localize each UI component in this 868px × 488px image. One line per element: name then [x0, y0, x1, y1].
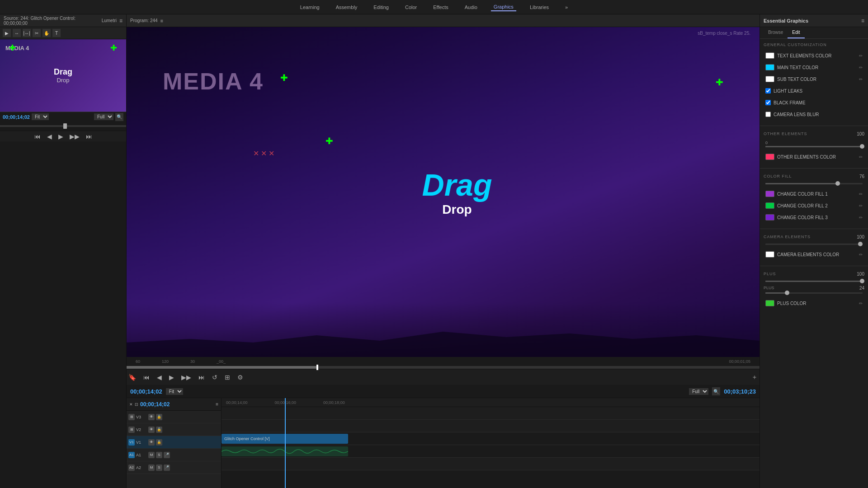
program-frame-fwd[interactable]: ▶▶: [179, 373, 193, 382]
swatch-color-fill-1[interactable]: [765, 191, 774, 197]
source-progress-bar[interactable]: [0, 122, 126, 131]
edit-text-elements[interactable]: ✏: [859, 53, 863, 58]
source-menu-icon[interactable]: ≡: [119, 18, 123, 24]
track-a1-solo[interactable]: S: [156, 452, 162, 458]
timeline-menu[interactable]: ≡: [216, 402, 218, 407]
program-safe-margins[interactable]: ⊞: [223, 373, 232, 382]
track-v3-eye[interactable]: 👁: [148, 414, 155, 420]
swatch-main-text[interactable]: [765, 64, 774, 70]
eg-menu-icon[interactable]: ≡: [861, 18, 864, 24]
track-v3-name: V3: [136, 415, 147, 419]
checkbox-camera-lens-blur[interactable]: [765, 112, 771, 117]
tab-browse[interactable]: Browse: [764, 27, 788, 38]
selection-tool[interactable]: ▶: [3, 29, 11, 37]
track-a1-target[interactable]: A1: [128, 452, 135, 458]
source-resolution-select[interactable]: Full: [94, 113, 113, 120]
track-label-a1: A1 A1 M S 🎤: [127, 449, 221, 461]
track-a2-solo[interactable]: S: [156, 465, 162, 471]
menu-item-editing[interactable]: Editing: [371, 4, 392, 11]
menu-item-assembly[interactable]: Assembly: [333, 4, 360, 11]
program-step-fwd[interactable]: ⏭: [197, 373, 207, 382]
swatch-camera-elements[interactable]: [765, 251, 774, 258]
edit-main-text[interactable]: ✏: [859, 65, 863, 70]
program-fit-select[interactable]: Fit: [166, 388, 183, 395]
other-elements-slider[interactable]: [765, 146, 863, 147]
edit-other-elements-color[interactable]: ✏: [859, 155, 863, 160]
track-a1-mute[interactable]: M: [148, 452, 155, 458]
edit-camera-elements-color[interactable]: ✏: [859, 252, 863, 257]
track-v2-toggle[interactable]: ⊞: [128, 427, 135, 433]
program-menu-icon[interactable]: ≡: [160, 18, 163, 23]
swatch-text-elements[interactable]: [765, 52, 774, 59]
track-a2-mute[interactable]: M: [148, 465, 155, 471]
program-mark-in[interactable]: 🔖: [127, 373, 138, 382]
source-fit-select[interactable]: Fit: [32, 113, 49, 120]
swatch-color-fill-3[interactable]: [765, 214, 774, 221]
track-a2-mic[interactable]: 🎤: [164, 465, 170, 471]
menu-item-graphics[interactable]: Graphics: [491, 3, 516, 11]
camera-elements-slider[interactable]: [765, 244, 863, 245]
track-a1-mic[interactable]: 🎤: [164, 452, 170, 458]
swatch-color-fill-2[interactable]: [765, 202, 774, 209]
menu-item-learning[interactable]: Learning: [297, 4, 322, 11]
track-v2-lock[interactable]: 🔒: [156, 427, 162, 433]
menu-item-effects[interactable]: Effects: [430, 4, 451, 11]
track-v1-target[interactable]: V1: [128, 439, 135, 446]
swatch-sub-text[interactable]: [765, 76, 774, 82]
ripple-tool[interactable]: |↔|: [23, 29, 31, 37]
track-a2-toggle[interactable]: A2: [128, 465, 135, 471]
program-frame-back[interactable]: ◀: [155, 373, 164, 382]
checkbox-light-leaks[interactable]: [765, 88, 771, 94]
edit-sub-text[interactable]: ✏: [859, 77, 863, 82]
hand-tool[interactable]: ✋: [42, 29, 51, 37]
camera-elements-section: CAMERA ELEMENTS 100 CAMERA ELEMENTS COLO…: [760, 231, 868, 264]
program-zoom-icon[interactable]: 🔍: [712, 387, 720, 395]
edit-color-fill-2[interactable]: ✏: [859, 203, 863, 208]
source-timecode[interactable]: 00;00;14;02: [3, 114, 30, 120]
program-step-back[interactable]: ⏮: [142, 373, 151, 382]
program-loop[interactable]: ↺: [210, 373, 219, 382]
color-fill-slider-row: [764, 182, 864, 188]
program-add-btn[interactable]: ＋: [750, 372, 760, 382]
checkbox-black-frame[interactable]: [765, 100, 771, 105]
plus-fill: [765, 281, 863, 282]
track-label-v3: ⊞ V3 👁 🔒: [127, 411, 221, 423]
timeline-timecode[interactable]: 00;00;14;02: [140, 401, 170, 408]
menu-item-audio[interactable]: Audio: [462, 4, 480, 11]
row-other-elements-color: OTHER ELEMENTS COLOR ✏: [764, 151, 864, 163]
source-step-back[interactable]: ⏮: [33, 132, 42, 141]
program-timecode[interactable]: 00;00;14;02: [130, 388, 162, 395]
source-step-fwd[interactable]: ⏭: [84, 132, 94, 141]
program-resolution-select[interactable]: Full: [689, 388, 708, 395]
menu-item-color[interactable]: Color: [402, 4, 420, 11]
eg-header: Essential Graphics ≡: [760, 14, 868, 27]
track-v3-toggle[interactable]: ⊞: [128, 414, 135, 420]
text-tool[interactable]: T: [52, 29, 61, 37]
swatch-other-elements[interactable]: [765, 154, 774, 160]
source-frame-fwd[interactable]: ▶▶: [68, 132, 81, 141]
edit-color-fill-3[interactable]: ✏: [859, 215, 863, 220]
track-v2-eye[interactable]: 👁: [148, 427, 155, 433]
source-play[interactable]: ▶: [57, 132, 65, 141]
program-play[interactable]: ▶: [167, 373, 176, 382]
tab-edit[interactable]: Edit: [788, 27, 804, 38]
program-settings[interactable]: ⚙: [236, 373, 245, 382]
razor-tool[interactable]: ✂: [33, 29, 41, 37]
track-v1-eye[interactable]: 👁: [148, 439, 155, 446]
edit-plus-color[interactable]: ✏: [859, 301, 863, 306]
plus-size-slider[interactable]: [765, 292, 863, 294]
track-v3-lock[interactable]: 🔒: [156, 414, 162, 420]
program-progress-bar[interactable]: [127, 366, 760, 369]
plus-slider[interactable]: [765, 281, 863, 282]
menu-item-more[interactable]: »: [562, 4, 571, 11]
track-select-tool[interactable]: ↔: [13, 29, 21, 37]
track-v1-lock[interactable]: 🔒: [156, 439, 162, 446]
color-fill-slider[interactable]: [765, 183, 863, 184]
source-zoom-icon[interactable]: 🔍: [115, 113, 123, 121]
edit-color-fill-1[interactable]: ✏: [859, 192, 863, 197]
row-change-color-fill-1: CHANGE COLOR FILL 1 ✏: [764, 188, 864, 200]
label-main-text: MAIN TEXT COLOR: [777, 65, 856, 70]
menu-item-libraries[interactable]: Libraries: [527, 4, 552, 11]
source-frame-back[interactable]: ◀: [45, 132, 54, 141]
swatch-plus-color[interactable]: [765, 300, 774, 306]
